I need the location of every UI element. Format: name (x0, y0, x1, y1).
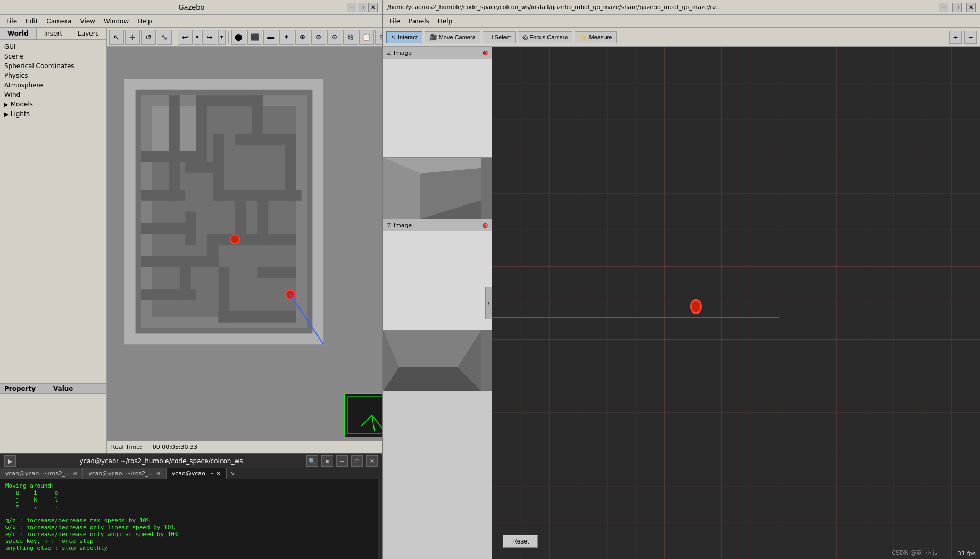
paste-button[interactable]: 📋 (359, 30, 374, 45)
gazebo-title: Gazebo (178, 3, 204, 11)
terminal-maximize-button[interactable]: □ (351, 455, 363, 467)
rviz-path: /home/ycao/ros2_humble/code_space/colcon… (387, 4, 934, 11)
tab2-label: ycao@ycao: ~/ros2_... (88, 470, 154, 477)
copy-button[interactable]: ⎘ (343, 30, 358, 45)
point-light-button[interactable]: ⊕ (295, 30, 310, 45)
light-button[interactable]: ✦ (279, 30, 294, 45)
terminal-tab-3[interactable]: ycao@ycao: ~ ✕ (167, 468, 227, 479)
tree-item-atmosphere[interactable]: Atmosphere (0, 80, 106, 90)
property-panel: Property Value (0, 383, 106, 453)
rviz-minimize-button[interactable]: ─ (939, 3, 948, 12)
svg-rect-36 (345, 394, 382, 437)
cursor-icon: ↖ (391, 34, 396, 41)
svg-point-33 (230, 235, 239, 244)
svg-rect-26 (218, 234, 262, 245)
terminal-tab-1[interactable]: ycao@ycao: ~/ros2_... ✕ (0, 468, 83, 479)
rviz-menu-file[interactable]: File (385, 17, 404, 26)
terminal-line-7: w/x : increase/decrease only linear spee… (5, 524, 377, 531)
tree-item-scene[interactable]: Scene (0, 52, 106, 61)
align-button[interactable]: ⊟ (375, 30, 382, 45)
image-1-close-icon[interactable]: ⊗ (482, 48, 488, 57)
menu-camera[interactable]: Camera (42, 17, 76, 26)
svg-rect-19 (285, 134, 296, 201)
tab-layers[interactable]: Layers (70, 28, 106, 39)
terminal-search-button[interactable]: 🔍 (306, 455, 318, 467)
terminal-line-4: m , . (5, 503, 377, 510)
tree-item-wind[interactable]: Wind (0, 90, 106, 100)
measure-label: Measure (589, 34, 612, 40)
svg-rect-30 (218, 311, 296, 323)
rviz-plus-button[interactable]: + (949, 31, 962, 44)
rviz-close-button[interactable]: ✕ (966, 3, 976, 12)
undo-button[interactable]: ↩ (178, 30, 193, 45)
tree-item-gui[interactable]: GUI (0, 42, 106, 52)
menu-edit[interactable]: Edit (21, 17, 42, 26)
move-camera-button[interactable]: 🎥 Move Camera (425, 31, 480, 43)
tree-item-physics[interactable]: Physics (0, 71, 106, 80)
rviz-maximize-button[interactable]: □ (952, 3, 962, 12)
terminal-content[interactable]: Moving around: u i o j k l m , . q/z : i… (0, 479, 382, 559)
terminal-menu-button[interactable]: ≡ (321, 455, 333, 467)
expand-arrow[interactable]: ‹ (485, 287, 492, 319)
terminal-line-9: space key, k : force stop (5, 538, 377, 545)
gazebo-3d-scene[interactable] (107, 47, 382, 441)
gazebo-menu-bar: File Edit Camera View Window Help (0, 15, 382, 28)
select-button[interactable]: ☐ Select (483, 31, 516, 43)
maximize-button[interactable]: □ (358, 3, 367, 12)
sphere-button[interactable]: ⬤ (231, 30, 246, 45)
tree-item-lights[interactable]: ▶Lights (0, 109, 106, 119)
rotate-tool-button[interactable]: ↺ (141, 30, 156, 45)
property-col-header: Property (4, 385, 53, 392)
tab-insert[interactable]: Insert (37, 28, 70, 39)
directional-light-button[interactable]: ⊘ (311, 30, 326, 45)
interact-button[interactable]: ↖ Interact (386, 31, 422, 43)
menu-window[interactable]: Window (99, 17, 133, 26)
terminal-tabs: ycao@ycao: ~/ros2_... ✕ ycao@ycao: ~/ros… (0, 468, 382, 479)
tree-item-models[interactable]: ▶Models (0, 100, 106, 109)
terminal-line-1: Moving around: (5, 482, 377, 489)
gazebo-status-bar: Real Time: 00 00:05:30.33 (107, 441, 382, 453)
image-panel-2b-content (383, 330, 492, 391)
maze-svg (123, 79, 325, 356)
rviz-minus-button[interactable]: − (964, 31, 977, 44)
terminal-tab-2[interactable]: ycao@ycao: ~/ros2_... ✕ (83, 468, 166, 479)
terminal-minimize-button[interactable]: ─ (336, 455, 348, 467)
move-camera-label: Move Camera (439, 34, 476, 40)
reset-button[interactable]: Reset (503, 535, 538, 548)
menu-view[interactable]: View (76, 17, 99, 26)
tree-item-spherical[interactable]: Spherical Coordinates (0, 61, 106, 71)
terminal-scrollbar[interactable] (378, 479, 382, 559)
spot-light-button[interactable]: ⊙ (327, 30, 342, 45)
measure-button[interactable]: 📏 Measure (575, 31, 617, 43)
rviz-menu-help[interactable]: Help (434, 17, 456, 26)
select-tool-button[interactable]: ↖ (109, 30, 124, 45)
image-2-close-icon[interactable]: ⊗ (482, 221, 488, 229)
focus-camera-button[interactable]: ◎ Focus Camera (518, 31, 572, 43)
rviz-menu-panels[interactable]: Panels (404, 17, 434, 26)
rviz-3d-viewport[interactable]: Reset 31 fps CSDN @英_小.js (492, 47, 980, 559)
menu-file[interactable]: File (2, 17, 21, 26)
scale-tool-button[interactable]: ⤡ (157, 30, 172, 45)
terminal-toolbar: ▶ ycao@ycao: ~/ros2_humble/code_space/co… (0, 454, 382, 468)
tab2-close-icon[interactable]: ✕ (156, 471, 160, 476)
interact-label: Interact (398, 34, 418, 40)
tab3-close-icon[interactable]: ✕ (216, 471, 220, 476)
tab1-close-icon[interactable]: ✕ (73, 471, 77, 476)
menu-help[interactable]: Help (133, 17, 156, 26)
redo-button[interactable]: ↪ (202, 30, 217, 45)
translate-tool-button[interactable]: ✛ (125, 30, 140, 45)
world-tabs: World Insert Layers (0, 28, 106, 40)
rviz-toolbar: ↖ Interact 🎥 Move Camera ☐ Select ◎ Focu… (383, 28, 980, 47)
minimize-button[interactable]: ─ (347, 3, 356, 12)
world-sidebar: World Insert Layers GUI Scene Spherical … (0, 28, 107, 453)
redo-dropdown-button[interactable]: ▼ (218, 30, 226, 45)
tab-world[interactable]: World (0, 28, 37, 39)
terminal-icon-button[interactable]: ▶ (4, 455, 16, 467)
undo-dropdown-button[interactable]: ▼ (194, 30, 201, 45)
terminal-close-button[interactable]: ✕ (366, 455, 378, 467)
box-button[interactable]: ⬛ (247, 30, 262, 45)
close-button[interactable]: ✕ (368, 3, 378, 12)
terminal-tab-add[interactable]: ∨ (227, 468, 239, 479)
terminal-panel: ▶ ycao@ycao: ~/ros2_humble/code_space/co… (0, 453, 382, 559)
cylinder-button[interactable]: ▬ (263, 30, 278, 45)
